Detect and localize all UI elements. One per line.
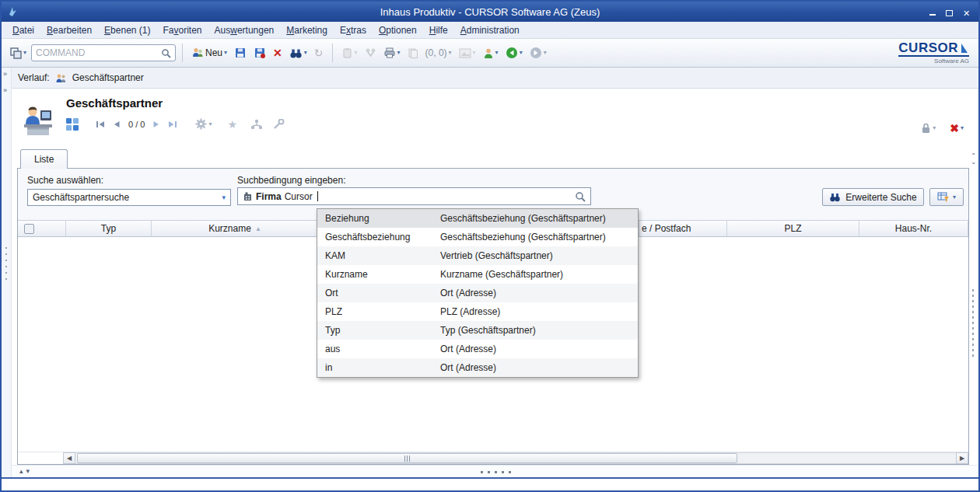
panel-collapse-icon[interactable]: ⌃⌄ (971, 153, 976, 165)
app-window: Inhaus Produktiv - CURSOR Software AG (Z… (0, 0, 980, 492)
column-header-haus-nr[interactable]: Haus-Nr. (859, 221, 968, 236)
command-input[interactable] (36, 47, 158, 58)
suggestion-key: Typ (317, 325, 440, 336)
new-button-label: Neu (205, 47, 222, 58)
tab-bar: Liste ⌃⌄ (12, 145, 978, 168)
condition-input[interactable]: Firma Cursor (237, 187, 591, 205)
chevron-down-icon: ▾ (953, 194, 956, 201)
search-icon[interactable] (161, 48, 171, 58)
menu-item-administration[interactable]: Administration (454, 23, 526, 37)
suggestion-row[interactable]: ausOrt (Adresse) (317, 340, 638, 358)
lock-button[interactable]: ▾ (919, 121, 938, 135)
settings-button[interactable]: ▾ (193, 117, 214, 131)
suggestion-row[interactable]: inOrt (Adresse) (317, 358, 638, 377)
menu-item-optionen[interactable]: Optionen (373, 23, 423, 37)
minimize-button[interactable] (926, 7, 938, 17)
suggestion-row[interactable]: GeschäftsbeziehungGeschäftsbeziehung (Ge… (317, 228, 638, 246)
expand-up-icon[interactable]: ▴ (19, 467, 23, 476)
window-switch-button[interactable]: ▾ (8, 46, 29, 61)
scrollbar-thumb[interactable] (77, 453, 737, 463)
last-record-button[interactable] (167, 120, 178, 129)
contact-status-button[interactable]: ▾ (481, 46, 501, 61)
scroll-right-button[interactable]: ▶ (956, 452, 968, 464)
menu-item-bearbeiten[interactable]: Bearbeiten (40, 23, 98, 37)
main-toolbar: ▾ Neu ▾ ✕ ▾ ↻ ▾ (2, 39, 978, 68)
next-record-button[interactable] (152, 120, 161, 129)
menu-item-marketing[interactable]: Marketing (280, 23, 334, 37)
table-filter-icon (937, 192, 950, 203)
new-button[interactable]: Neu ▾ (189, 45, 229, 61)
close-record-button[interactable]: ✖ ▾ (947, 121, 966, 135)
suggestion-key: Ort (317, 288, 440, 298)
suggestion-row[interactable]: KurznameKurzname (Geschäftspartner) (317, 265, 638, 284)
back-button[interactable]: ▾ (503, 45, 525, 61)
horizontal-scrollbar[interactable]: ◀ ▶ (18, 452, 968, 464)
favorite-star-icon[interactable]: ★ (227, 119, 237, 130)
chevron-down-icon: ▾ (449, 50, 452, 56)
search-select-value: Geschäftspartnersuche (33, 192, 129, 203)
search-icon[interactable] (575, 191, 586, 202)
save-all-button[interactable] (251, 45, 268, 61)
print-button[interactable]: ▾ (381, 46, 403, 60)
view-grid-icon[interactable] (66, 118, 79, 131)
advanced-search-button[interactable]: Erweiterte Suche (822, 188, 924, 206)
merge-button[interactable] (362, 46, 379, 61)
org-chart-icon[interactable] (250, 119, 263, 130)
maximize-button[interactable] (943, 7, 955, 17)
menu-item-hilfe[interactable]: Hilfe (423, 23, 454, 37)
suggestion-row[interactable]: BeziehungGeschäftsbeziehung (Geschäftspa… (317, 209, 638, 228)
pages-button[interactable] (405, 46, 421, 60)
column-header-strasse-postfach[interactable]: e / Postfach (639, 221, 727, 236)
expand-down-icon[interactable]: ▾ (26, 467, 30, 476)
left-panel-strip[interactable]: »» (2, 68, 12, 477)
menu-item-ebenen-1[interactable]: Ebenen (1) (98, 23, 156, 37)
filter-button[interactable]: ▾ (929, 188, 964, 206)
column-header-kurzname[interactable]: Kurzname▲ (152, 221, 319, 236)
tab-liste[interactable]: Liste (20, 149, 68, 169)
suggestion-row[interactable]: OrtOrt (Adresse) (317, 284, 638, 302)
bottom-splitter[interactable]: ▴ ▾ (12, 465, 978, 477)
delete-button[interactable]: ✕ (271, 46, 285, 60)
menu-item-datei[interactable]: Datei (6, 23, 40, 37)
column-header-select[interactable] (18, 221, 66, 236)
first-record-button[interactable] (95, 120, 106, 129)
chevron-down-icon: ▾ (208, 121, 212, 127)
search-records-button[interactable]: ▾ (287, 46, 310, 61)
panel-expand-icons[interactable]: »» (3, 71, 7, 94)
forward-button[interactable]: ▾ (527, 45, 549, 61)
save-button[interactable] (232, 45, 249, 61)
suggestion-key: in (317, 362, 440, 373)
record-navigation: 0 / 0 (95, 120, 178, 129)
sort-asc-icon: ▲ (255, 225, 261, 232)
previous-record-button[interactable] (112, 120, 121, 129)
coords-display[interactable]: (0, 0) ▾ (423, 46, 454, 60)
chevron-right-icon[interactable]: » (3, 87, 7, 94)
clipboard-button[interactable]: ▾ (339, 46, 360, 61)
command-box[interactable] (31, 44, 176, 61)
binoculars-icon (289, 47, 303, 59)
close-x-icon: ✖ (950, 123, 959, 134)
history-entry[interactable]: Geschäftspartner (72, 72, 144, 83)
scroll-left-button[interactable]: ◀ (63, 452, 75, 464)
delete-x-icon: ✕ (273, 47, 282, 58)
suggestion-row[interactable]: KAMVertrieb (Geschäftspartner) (317, 246, 638, 265)
close-button[interactable]: ✕ (961, 7, 972, 17)
suggestion-row[interactable]: PLZPLZ (Adresse) (317, 302, 638, 321)
select-all-checkbox[interactable] (24, 224, 34, 234)
search-select[interactable]: Geschäftspartnersuche ▾ (27, 189, 231, 206)
suggestion-desc: Ort (Adresse) (440, 344, 638, 354)
tools-icon[interactable] (273, 119, 285, 130)
image-button[interactable]: ▾ (457, 47, 478, 60)
splitter-grip-right[interactable] (971, 288, 975, 359)
scrollbar-track[interactable] (75, 452, 956, 464)
menu-item-extras[interactable]: Extras (334, 23, 373, 37)
column-header-typ[interactable]: Typ (66, 221, 152, 236)
refresh-button[interactable]: ↻ (312, 45, 326, 61)
splitter-grip-horizontal[interactable] (478, 470, 513, 474)
chevron-right-icon[interactable]: » (3, 71, 7, 78)
menu-item-favoriten[interactable]: Favoriten (156, 23, 208, 37)
suggestion-row[interactable]: TypTyp (Geschäftspartner) (317, 321, 638, 340)
column-header-plz[interactable]: PLZ (727, 221, 859, 236)
splitter-grip-vertical[interactable] (5, 245, 8, 284)
menu-item-auswertungen[interactable]: Auswertungen (208, 23, 281, 37)
